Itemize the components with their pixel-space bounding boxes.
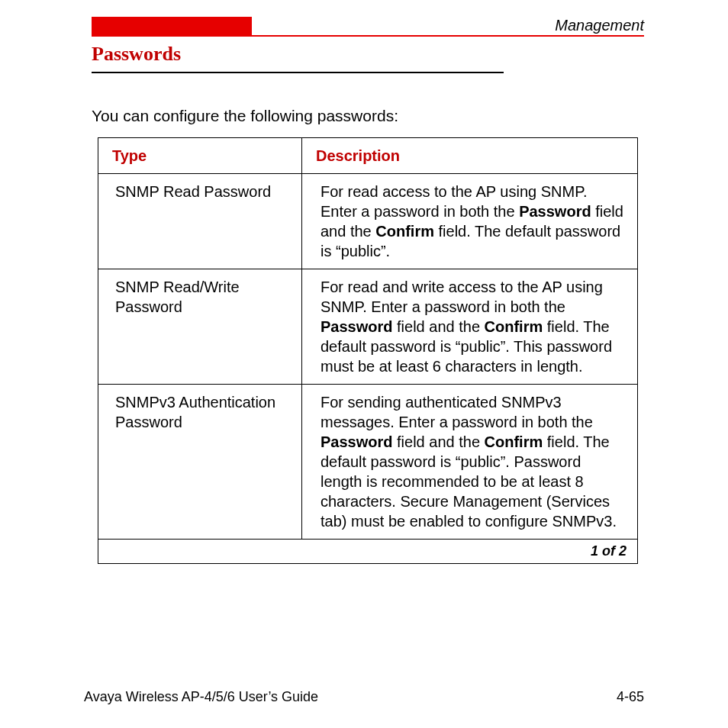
intro-paragraph: You can configure the following password…: [92, 107, 398, 125]
footer-doc-title: Avaya Wireless AP-4/5/6 User’s Guide: [84, 689, 318, 705]
col-header-description: Description: [302, 138, 638, 174]
desc-bold: Confirm: [375, 223, 434, 240]
desc-bold: Password: [321, 433, 392, 450]
cell-type: SNMPv3 Authentication Password: [98, 385, 302, 540]
cell-description: For read and write access to the AP usin…: [302, 269, 638, 385]
cell-description: For read access to the AP using SNMP. En…: [302, 174, 638, 269]
table-header-row: Type Description: [98, 138, 638, 174]
desc-text: For sending authenticated SNMPv3 message…: [321, 394, 593, 430]
desc-bold: Password: [519, 203, 591, 220]
cell-type: SNMP Read Password: [98, 174, 302, 269]
section-heading: Passwords: [92, 43, 181, 66]
header-rule: [92, 35, 644, 37]
table-pager: 1 of 2: [98, 540, 638, 564]
table-row: SNMP Read Password For read access to th…: [98, 174, 638, 269]
desc-bold: Confirm: [485, 318, 543, 335]
cell-type: SNMP Read/Write Password: [98, 269, 302, 385]
header-section-label: Management: [555, 17, 644, 34]
page: Management Passwords You can configure t…: [0, 0, 728, 728]
table-pager-row: 1 of 2: [98, 540, 638, 564]
table-row: SNMP Read/Write Password For read and wr…: [98, 269, 638, 385]
col-header-type: Type: [98, 138, 302, 174]
cell-description: For sending authenticated SNMPv3 message…: [302, 385, 638, 540]
desc-text: For read and write access to the AP usin…: [321, 279, 603, 315]
desc-bold: Password: [321, 318, 392, 335]
heading-rule: [92, 72, 504, 73]
desc-text: field and the: [397, 318, 485, 335]
passwords-table: Type Description SNMP Read Password For …: [98, 137, 638, 564]
header-accent-block: [92, 17, 252, 35]
footer-page-number: 4-65: [617, 689, 644, 705]
desc-bold: Confirm: [485, 433, 543, 450]
passwords-table-wrap: Type Description SNMP Read Password For …: [98, 137, 638, 564]
desc-text: field and the: [397, 433, 485, 450]
table-row: SNMPv3 Authentication Password For sendi…: [98, 385, 638, 540]
